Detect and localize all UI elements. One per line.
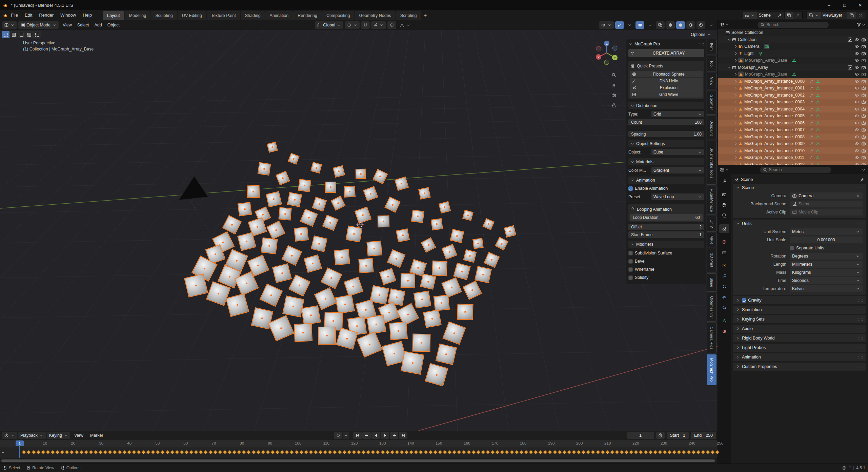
temperature-dropdown[interactable]: Kelvin	[790, 285, 863, 292]
keyframe-diamond[interactable]	[663, 450, 667, 454]
keyframe-diamond[interactable]	[510, 450, 514, 454]
keyframe-diamond[interactable]	[232, 450, 237, 454]
properties-tab-physics[interactable]	[719, 293, 729, 302]
keyframe-diamond[interactable]	[333, 450, 337, 454]
spacing-field[interactable]: Spacing1.00	[628, 131, 704, 137]
workspace-tab-shading[interactable]: Shading	[241, 11, 265, 20]
keyframe-diamond[interactable]	[84, 450, 88, 454]
select-mode-invert[interactable]	[25, 31, 33, 38]
outliner-row[interactable]: MoGraph_Array_Instance_0001	[718, 85, 868, 92]
keyframe-diamond[interactable]	[22, 450, 26, 454]
sidebar-tab-univ[interactable]: UniV	[707, 216, 716, 232]
keyframe-diamond[interactable]	[161, 450, 165, 454]
prev-keyframe-button[interactable]	[362, 432, 371, 439]
panel-animation[interactable]: Animation::::	[733, 353, 866, 361]
keyframe-diamond[interactable]	[108, 450, 112, 454]
start-frame-input[interactable]: Start1	[667, 432, 689, 439]
properties-search-input[interactable]: Search	[760, 167, 831, 173]
keyframe-diamond[interactable]	[55, 450, 60, 454]
channel-expand-arrow[interactable]: ▸	[2, 450, 4, 454]
workspace-tab-animation[interactable]: Animation	[265, 11, 293, 20]
keyframe-diamond[interactable]	[41, 450, 45, 454]
keyframe-diamond[interactable]	[189, 450, 194, 454]
keyframe-diamond[interactable]	[223, 450, 227, 454]
keyframe-diamond[interactable]	[624, 450, 629, 454]
keyframe-diamond[interactable]	[553, 450, 557, 454]
keyframe-diamond[interactable]	[567, 450, 571, 454]
current-frame-field[interactable]: 1	[627, 432, 654, 439]
sidebar-tab-hugemenace[interactable]: HugeMenace	[707, 186, 716, 215]
distribution-section-header[interactable]: Distribution	[628, 102, 704, 109]
timeline-scrollbar[interactable]	[1, 459, 715, 462]
separate-units-checkbox[interactable]: Separate Units	[790, 245, 824, 251]
overlays-dropdown[interactable]	[646, 21, 654, 29]
keyframe-diamond[interactable]	[208, 450, 213, 454]
properties-tab-viewlayer[interactable]	[719, 211, 729, 220]
keyframe-diamond[interactable]	[467, 450, 471, 454]
outliner-row[interactable]: MoGraph_Array_Instance_0011	[718, 154, 868, 161]
preset-explosion-button[interactable]: Explosion	[630, 84, 703, 91]
drag-dots-icon[interactable]: ::::	[699, 42, 704, 46]
keyframe-diamond[interactable]	[103, 450, 107, 454]
keyframe-diamond[interactable]	[237, 450, 241, 454]
timeline-editor-icon[interactable]	[2, 432, 17, 439]
modifier-checkbox-solidify[interactable]: Solidify	[628, 274, 704, 281]
modifiers-section-header[interactable]: Modifiers	[628, 241, 704, 248]
proportional-edit-toggle[interactable]	[387, 21, 396, 29]
create-array-button[interactable]: CREATE ARRAY	[628, 49, 704, 57]
keyframe-diamond[interactable]	[395, 450, 399, 454]
pin-icon[interactable]	[860, 177, 865, 182]
properties-tab-particles[interactable]	[719, 282, 729, 291]
keyframe-diamond[interactable]	[60, 450, 64, 454]
keyframe-diamond[interactable]	[514, 450, 519, 454]
keyframe-diamond[interactable]	[371, 450, 375, 454]
keyframe-diamond[interactable]	[46, 450, 50, 454]
keyframe-diamond[interactable]	[672, 450, 677, 454]
modifier-checkbox-subdivision-surface[interactable]: Subdivision Surface	[628, 250, 704, 256]
workspace-tab-scripting[interactable]: Scripting	[396, 11, 421, 20]
keyframe-diamond[interactable]	[443, 450, 447, 454]
keyframe-diamond[interactable]	[677, 450, 681, 454]
viewlayer-browse-button[interactable]	[806, 12, 821, 19]
workspace-tab-geometry-nodes[interactable]: Geometry Nodes	[355, 11, 395, 20]
keyframe-diamond[interactable]	[682, 450, 686, 454]
keyframe-diamond[interactable]	[342, 450, 347, 454]
keyframe-diamond[interactable]	[414, 450, 418, 454]
keyframe-diamond[interactable]	[137, 450, 141, 454]
keyframe-diamond[interactable]	[653, 450, 658, 454]
keyframe-diamond[interactable]	[486, 450, 490, 454]
keyframe-diamond[interactable]	[601, 450, 605, 454]
current-frame-badge[interactable]: 1	[16, 440, 24, 446]
keyframe-diamond[interactable]	[352, 450, 356, 454]
modifier-checkbox-wireframe[interactable]: Wireframe	[628, 266, 704, 273]
keyframe-diamond[interactable]	[447, 450, 452, 454]
outliner-row[interactable]: MoGraph_Array_Instance_0002	[718, 92, 868, 99]
keyframe-diamond[interactable]	[184, 450, 189, 454]
use-preview-range-button[interactable]	[656, 432, 665, 439]
properties-tab-material[interactable]	[719, 327, 729, 336]
properties-tab-data[interactable]	[719, 316, 729, 325]
keyframe-diamond[interactable]	[275, 450, 280, 454]
keyframe-diamond[interactable]	[314, 450, 318, 454]
keyframe-diamond[interactable]	[376, 450, 380, 454]
app-menu-icon[interactable]	[3, 13, 7, 18]
keyframe-diamond[interactable]	[639, 450, 643, 454]
enable-animation-checkbox[interactable]: Enable Animation	[628, 185, 704, 192]
keyframe-diamond[interactable]	[558, 450, 562, 454]
overlays-toggle[interactable]	[635, 21, 644, 29]
modifier-checkbox-bevel[interactable]: Bevel	[628, 258, 704, 265]
scene-panel-header[interactable]: Scene::::	[733, 184, 866, 192]
keyframe-diamond[interactable]	[280, 450, 284, 454]
outliner-row[interactable]: MoGraph_Array_Base	[718, 57, 868, 64]
viewport-menu-add[interactable]: Add	[92, 22, 105, 28]
keyframe-diamond[interactable]	[156, 450, 160, 454]
keyframe-diamond[interactable]	[175, 450, 179, 454]
menu-file[interactable]: File	[7, 11, 21, 19]
snap-toggle[interactable]	[361, 21, 370, 29]
viewlayer-name[interactable]: ViewLayer	[821, 13, 847, 18]
workspace-tab-uv-editing[interactable]: UV Editing	[178, 11, 206, 20]
keyframe-diamond[interactable]	[495, 450, 500, 454]
sidebar-tab-3d-print[interactable]: 3D Print	[707, 248, 716, 272]
keyframe-diamond[interactable]	[270, 450, 275, 454]
scene-selector[interactable]: Scene	[742, 11, 802, 19]
